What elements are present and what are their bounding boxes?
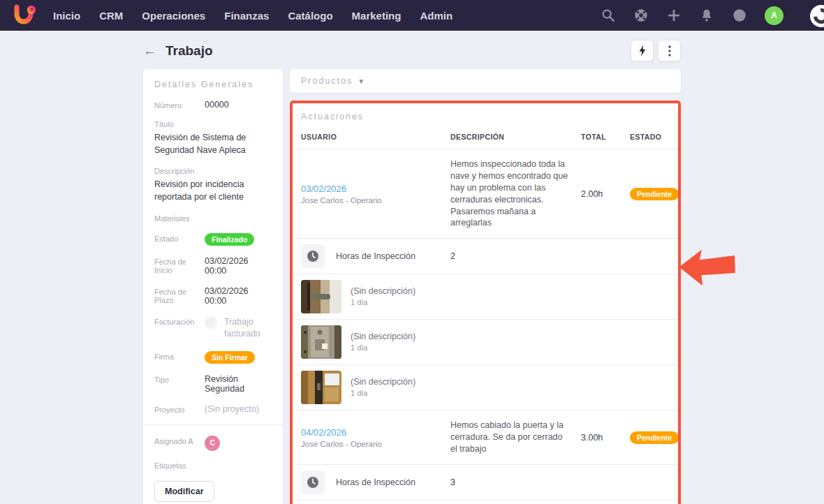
nav-item-operaciones[interactable]: Operaciones <box>142 10 205 22</box>
quick-actions-button[interactable] <box>631 40 654 61</box>
search-icon[interactable] <box>601 8 616 23</box>
modificar-button[interactable]: Modificar <box>154 481 214 502</box>
field-label: Etiquetas <box>154 461 272 470</box>
hours-label: Horas de Inspección <box>336 477 415 487</box>
circle-icon[interactable] <box>732 8 747 23</box>
page-content: ← Trabajo Detalles Generales Número 0 <box>143 31 681 504</box>
actuacion-total: 3.00h <box>581 433 630 443</box>
field-value: 03/02/2026 00:00 <box>205 256 272 276</box>
image-row: (Sin descripción) 1 día <box>293 501 678 504</box>
vertical-dots-icon <box>668 45 671 57</box>
left-column: Detalles Generales Número 00000 Título R… <box>143 69 283 504</box>
back-arrow-icon[interactable]: ← <box>143 44 156 57</box>
field-label: Número <box>154 100 205 110</box>
annotation-arrow-icon <box>677 246 736 292</box>
field-materiales: Materiales <box>154 214 272 223</box>
nav-item-marketing[interactable]: Marketing <box>352 10 402 22</box>
field-estado: Estado Finalizado <box>154 233 272 246</box>
detalles-generales-card: Detalles Generales Número 00000 Título R… <box>143 69 283 504</box>
divider <box>143 424 283 425</box>
field-label: Tipo <box>154 374 205 384</box>
field-firma: Firma Sin Firmar <box>154 351 272 364</box>
page-title: Trabajo <box>165 43 213 59</box>
nav-item-catalogo[interactable]: Catálogo <box>288 10 332 22</box>
status-badge: Pendiente <box>630 431 679 444</box>
user-avatar[interactable]: A <box>765 6 783 25</box>
image-duration: 1 día <box>351 343 415 352</box>
image-duration: 1 día <box>351 389 415 397</box>
field-tipo: Tipo Revisión Seguridad <box>154 374 272 394</box>
image-row: (Sin descripción) 1 día <box>293 274 678 320</box>
image-caption: (Sin descripción) <box>351 377 415 387</box>
field-label: Facturación <box>154 316 205 326</box>
field-label: Materiales <box>154 214 272 223</box>
field-label: Firma <box>154 351 205 361</box>
image-caption: (Sin descripción) <box>351 286 415 296</box>
field-facturacion: Facturación Trabajo facturado <box>154 316 272 341</box>
actuacion-date-link[interactable]: 03/02/2026 <box>301 184 450 194</box>
lock-plate-photo-thumbnail[interactable] <box>301 325 341 359</box>
nav-item-admin[interactable]: Admin <box>420 10 453 22</box>
header-actions <box>631 40 681 61</box>
field-label: Asignado A <box>154 436 205 445</box>
field-value: Revisión de Sistema de Seguridad Nave Ap… <box>154 131 272 156</box>
actuacion-date-link[interactable]: 04/02/2026 <box>301 427 450 438</box>
plus-icon[interactable] <box>666 8 682 23</box>
image-caption: (Sin descripción) <box>351 332 415 341</box>
estado-badge: Finalizado <box>205 233 254 246</box>
field-fecha-inicio: Fecha de Inicio 03/02/2026 00:00 <box>154 256 272 276</box>
nav-item-crm[interactable]: CRM <box>99 10 123 22</box>
field-label: Estado <box>154 233 205 243</box>
column-descripcion: DESCRIPCIÓN <box>450 133 581 141</box>
actuacion-description: Hemos cabiado la puerta y la cerradura. … <box>450 420 581 455</box>
productos-card[interactable]: Productos ▼ <box>290 69 681 93</box>
facturado-checkbox[interactable] <box>205 316 217 329</box>
field-descripcion: Descripción Revisión por incidencia repo… <box>154 167 272 203</box>
bell-icon[interactable] <box>699 8 714 23</box>
field-label: Proyecto <box>154 404 205 414</box>
hours-value: 3 <box>450 477 670 487</box>
lightning-icon <box>638 45 647 57</box>
lock-latch-photo-thumbnail[interactable] <box>301 280 341 313</box>
field-label: Fecha de Plazo <box>154 286 205 304</box>
main-nav: Inicio CRM Operaciones Finanzas Catálogo… <box>53 10 453 22</box>
clipped-overlay-badge <box>810 5 824 27</box>
hours-row: Horas de Inspección 2 <box>293 239 678 274</box>
image-duration: 1 día <box>351 298 415 306</box>
actuacion-user: Jose Carlos - Operario <box>301 440 450 448</box>
topbar-icons: A <box>601 6 783 25</box>
help-ring-icon[interactable] <box>633 8 649 23</box>
right-column: Productos ▼ Actuaciones USUARIO DESCRIPC… <box>290 69 681 504</box>
nav-item-finanzas[interactable]: Finanzas <box>224 10 269 22</box>
actuacion-total: 2.00h <box>581 189 630 199</box>
field-titulo: Título Revisión de Sistema de Seguridad … <box>154 120 272 156</box>
hours-value: 2 <box>450 251 670 261</box>
actuacion-row: 04/02/2026 Jose Carlos - Operario Hemos … <box>293 410 678 465</box>
field-proyecto: Proyecto (Sin proyecto) <box>154 404 272 414</box>
assignee-avatar: C <box>205 436 220 451</box>
more-options-button[interactable] <box>658 40 681 61</box>
image-row: (Sin descripción) 1 día <box>293 365 678 410</box>
field-label: Descripción <box>154 167 272 175</box>
firma-badge: Sin Firmar <box>205 351 255 364</box>
field-numero: Número 00000 <box>154 100 272 110</box>
app-logo-icon[interactable] <box>11 4 36 27</box>
field-value: 00000 <box>205 100 229 110</box>
column-usuario: USUARIO <box>301 133 450 141</box>
door-lock-photo-thumbnail[interactable] <box>301 371 341 404</box>
hours-row: Horas de Inspección 3 <box>293 465 678 501</box>
column-estado: ESTADO <box>630 133 670 141</box>
field-value: 03/02/2026 00:00 <box>205 286 272 306</box>
actuacion-user: Jose Carlos - Operario <box>301 196 450 205</box>
hours-label: Horas de Inspección <box>336 251 415 261</box>
card-heading: Detalles Generales <box>154 80 272 89</box>
topbar: Inicio CRM Operaciones Finanzas Catálogo… <box>0 0 824 31</box>
field-etiquetas: Etiquetas <box>154 461 272 470</box>
actuaciones-card: Actuaciones USUARIO DESCRIPCIÓN TOTAL ES… <box>290 101 681 504</box>
actuacion-description: Hemos inspeccionado toda la nave y hemos… <box>450 158 581 229</box>
actuacion-row: 03/02/2026 Jose Carlos - Operario Hemos … <box>293 149 678 239</box>
productos-heading: Productos <box>301 76 353 86</box>
nav-item-inicio[interactable]: Inicio <box>53 10 80 22</box>
facturado-label: Trabajo facturado <box>224 316 272 341</box>
actuaciones-table-header: USUARIO DESCRIPCIÓN TOTAL ESTADO <box>293 121 678 149</box>
